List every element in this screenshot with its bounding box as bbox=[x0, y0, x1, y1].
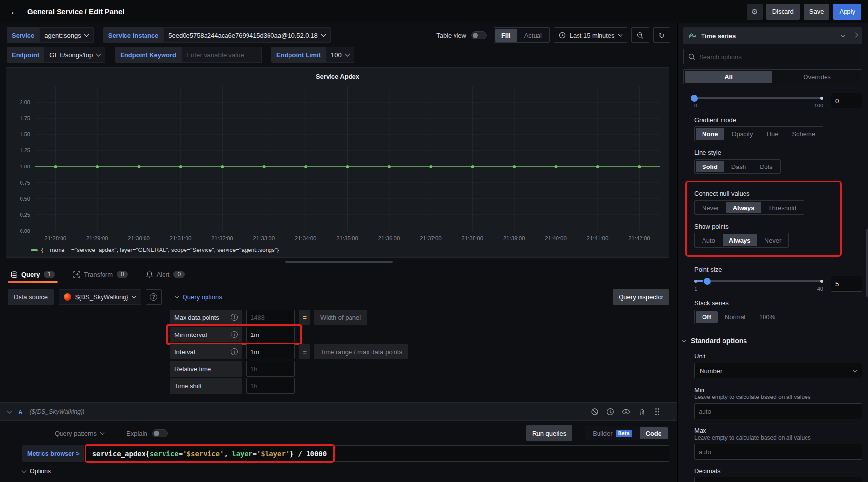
max-label: Max bbox=[694, 427, 862, 434]
drag-dots-icon bbox=[655, 408, 660, 416]
options-search-input[interactable] bbox=[699, 53, 857, 61]
min-interval-input[interactable]: 1m bbox=[246, 327, 295, 342]
options-search[interactable] bbox=[683, 49, 862, 64]
datasource-picker[interactable]: ${DS_SkyWalking} bbox=[59, 289, 141, 305]
chart-legend-item[interactable]: {__name__="service_apdex", layer="GENERA… bbox=[11, 246, 664, 253]
chart-title: Service Apdex bbox=[11, 71, 664, 81]
point-size-slider: 140 bbox=[694, 276, 862, 292]
time-range-picker[interactable]: Last 15 minutes bbox=[554, 27, 627, 43]
resize-handle[interactable] bbox=[285, 261, 393, 263]
run-queries-button[interactable]: Run queries bbox=[526, 425, 572, 441]
standard-options-section-header[interactable]: Standard options bbox=[682, 337, 862, 345]
slider-track[interactable] bbox=[694, 280, 823, 282]
line-style-group-option-solid[interactable]: Solid bbox=[696, 161, 724, 172]
visualization-picker[interactable]: Time series bbox=[683, 27, 862, 44]
chevron-down-icon bbox=[682, 338, 687, 343]
connect-nulls-group-option-always[interactable]: Always bbox=[726, 202, 761, 213]
editor-mode-code[interactable]: Code bbox=[640, 427, 668, 439]
drag-handle[interactable] bbox=[653, 407, 661, 416]
options-tab-group-option-overrides[interactable]: Overrides bbox=[773, 71, 861, 83]
connect-nulls-group-option-threshold[interactable]: Threshold bbox=[762, 202, 803, 213]
editor-tabs: Query1 Transform0 Alert0 bbox=[0, 266, 677, 283]
zoom-out-time-button[interactable] bbox=[631, 27, 649, 43]
point-size-value-input[interactable] bbox=[831, 276, 862, 292]
tab-query[interactable]: Query1 bbox=[8, 271, 58, 283]
annotation-connect-show-points: Connect null values NeverAlwaysThreshold… bbox=[685, 181, 842, 257]
apdex-chart-plot[interactable]: 0.000.250.500.751.001.251.501.752.0021:2… bbox=[11, 81, 664, 246]
sidebar-scrollbar[interactable] bbox=[866, 229, 868, 297]
table-view-toggle[interactable] bbox=[471, 31, 487, 39]
metrics-browser-link[interactable]: Metrics browser > bbox=[22, 445, 84, 462]
connect-nulls-group-option-never[interactable]: Never bbox=[696, 202, 725, 213]
decimals-input[interactable] bbox=[694, 477, 862, 482]
query-history-button[interactable] bbox=[590, 407, 599, 416]
relative-time-label: Relative time bbox=[170, 361, 242, 377]
metrics-browser-row: Metrics browser > service_apdex{service=… bbox=[22, 445, 669, 462]
search-icon bbox=[688, 53, 695, 60]
endpoint-keyword-input[interactable] bbox=[181, 47, 262, 63]
stack-series-group-option-100-[interactable]: 100% bbox=[753, 311, 782, 323]
time-shift-label: Time shift bbox=[170, 378, 242, 394]
interval-input[interactable]: 1m bbox=[246, 344, 295, 359]
unit-select[interactable]: Number bbox=[694, 363, 862, 378]
stack-series-group-option-normal[interactable]: Normal bbox=[719, 311, 752, 323]
min-input[interactable] bbox=[694, 403, 862, 419]
promql-query-input[interactable]: service_apdex{service='$service', layer=… bbox=[85, 445, 669, 462]
alert-count-badge: 0 bbox=[173, 271, 185, 278]
variable-endpoint: Endpoint GET:/songs/top bbox=[7, 47, 105, 63]
apply-button[interactable]: Apply bbox=[833, 4, 861, 20]
time-shift-input[interactable]: 1h bbox=[246, 378, 295, 394]
variable-endpoint-limit-value[interactable]: 100 bbox=[326, 47, 354, 63]
svg-text:21:34:00: 21:34:00 bbox=[295, 235, 317, 241]
line-style-group-option-dash[interactable]: Dash bbox=[725, 161, 752, 172]
slider-thumb[interactable] bbox=[704, 278, 711, 285]
svg-text:21:33:00: 21:33:00 bbox=[253, 235, 275, 241]
max-data-points-input[interactable]: 1488 bbox=[246, 310, 295, 325]
variable-service-instance-value[interactable]: 5eed0e5758a244aca6e7699415d360aa@10.52.0… bbox=[163, 27, 330, 43]
annotation-query-highlight: service_apdex{service='$service', layer=… bbox=[85, 444, 335, 463]
back-arrow-icon[interactable]: ← bbox=[7, 4, 22, 20]
variable-endpoint-value[interactable]: GET:/songs/top bbox=[44, 47, 105, 63]
datasource-help-button[interactable]: ? bbox=[146, 289, 162, 305]
relative-time-input[interactable]: 1h bbox=[246, 361, 295, 377]
slider-thumb[interactable] bbox=[691, 95, 698, 102]
panel-settings-button[interactable]: ⚙ bbox=[747, 4, 763, 20]
fill-actual-group-option-fill[interactable]: Fill bbox=[495, 29, 517, 42]
fill-opacity-value-input[interactable] bbox=[831, 93, 862, 108]
query-patterns-dropdown[interactable]: Query patterns bbox=[55, 430, 104, 437]
query-options-header[interactable]: Query options bbox=[175, 293, 222, 301]
refresh-button[interactable]: ↻ bbox=[653, 27, 670, 43]
disable-query-button[interactable] bbox=[621, 407, 630, 416]
options-tab-group-option-all[interactable]: All bbox=[685, 71, 772, 83]
gradient-mode-group-option-scheme[interactable]: Scheme bbox=[785, 128, 822, 140]
history-icon bbox=[591, 408, 599, 416]
variable-service-value[interactable]: agent::songs bbox=[39, 27, 93, 43]
save-button[interactable]: Save bbox=[804, 4, 830, 20]
duplicate-query-button[interactable] bbox=[606, 407, 615, 416]
show-points-group-option-always[interactable]: Always bbox=[723, 234, 757, 246]
stack-series-group-option-off[interactable]: Off bbox=[696, 311, 718, 323]
svg-text:21:37:00: 21:37:00 bbox=[420, 235, 442, 241]
gradient-mode-group-option-none[interactable]: None bbox=[696, 128, 724, 140]
tab-alert[interactable]: Alert0 bbox=[144, 271, 187, 283]
discard-button[interactable]: Discard bbox=[766, 4, 800, 20]
transform-count-badge: 0 bbox=[117, 271, 128, 278]
svg-text:1.50: 1.50 bbox=[20, 131, 30, 137]
query-options-collapse[interactable]: Options bbox=[22, 468, 669, 475]
slider-track[interactable] bbox=[694, 97, 823, 99]
delete-query-button[interactable] bbox=[637, 407, 646, 416]
explain-label: Explain bbox=[126, 430, 147, 437]
editor-mode-builder[interactable]: Builder Beta bbox=[586, 427, 638, 439]
collapse-query-icon[interactable] bbox=[7, 409, 12, 414]
line-style-group-option-dots[interactable]: Dots bbox=[753, 161, 779, 172]
show-points-group-option-auto[interactable]: Auto bbox=[696, 234, 722, 246]
tab-transform[interactable]: Transform0 bbox=[70, 271, 130, 283]
max-input[interactable] bbox=[694, 444, 862, 460]
explain-toggle[interactable] bbox=[152, 429, 168, 437]
show-points-group-option-never[interactable]: Never bbox=[758, 234, 788, 246]
query-inspector-button[interactable]: Query inspector bbox=[613, 289, 669, 305]
gradient-mode-group-option-opacity[interactable]: Opacity bbox=[725, 128, 760, 140]
fill-actual-group-option-actual[interactable]: Actual bbox=[518, 29, 548, 42]
svg-text:1.25: 1.25 bbox=[20, 147, 30, 153]
gradient-mode-group-option-hue[interactable]: Hue bbox=[761, 128, 785, 140]
